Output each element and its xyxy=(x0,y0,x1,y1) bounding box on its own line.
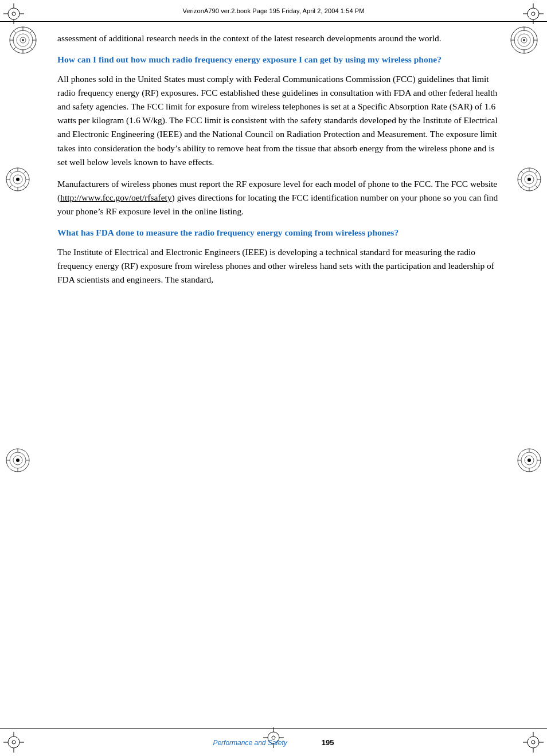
large-ornate-tl-icon xyxy=(8,25,38,55)
ornate-circle-right-lower-icon xyxy=(516,447,542,473)
crosshair-tl-icon xyxy=(3,3,24,24)
svg-line-45 xyxy=(536,186,538,189)
ornate-circle-right-icon xyxy=(516,166,542,193)
svg-point-1 xyxy=(12,12,15,15)
large-ornate-top-right xyxy=(509,25,539,57)
deco-circle-right-top xyxy=(516,166,542,195)
paragraph-1: All phones sold in the United States mus… xyxy=(57,72,501,169)
deco-circle-right-bottom xyxy=(516,447,542,476)
corner-mark-top-right xyxy=(523,3,544,24)
deco-circle-left-top xyxy=(5,166,31,195)
svg-line-75 xyxy=(30,30,33,33)
footer-bar: Performance and Safety 195 xyxy=(0,728,547,756)
footer-page-number: 195 xyxy=(322,738,334,747)
paragraph-3: The Institute of Electrical and Electron… xyxy=(57,245,501,287)
large-ornate-tr-icon xyxy=(509,25,539,55)
svg-line-76 xyxy=(13,47,16,50)
heading-2: What has FDA done to measure the radio f… xyxy=(57,226,501,239)
fcc-link[interactable]: http://www.fcc.gov/oet/rfsafety xyxy=(60,193,171,202)
svg-point-51 xyxy=(16,459,19,462)
ornate-circle-icon xyxy=(5,166,31,193)
svg-line-44 xyxy=(521,171,523,174)
svg-point-27 xyxy=(16,178,19,181)
paragraph-2: Manufacturers of wireless phones must re… xyxy=(57,177,501,219)
svg-point-6 xyxy=(528,8,539,19)
heading-1: How can I find out how much radio freque… xyxy=(57,53,501,66)
svg-line-74 xyxy=(30,47,33,50)
svg-line-46 xyxy=(536,171,538,174)
svg-point-68 xyxy=(22,39,24,41)
footer-section-label: Performance and Safety xyxy=(213,739,287,747)
svg-line-35 xyxy=(9,186,12,189)
corner-mark-top-left xyxy=(3,3,24,24)
large-ornate-top-left xyxy=(8,25,38,57)
svg-line-73 xyxy=(13,30,16,33)
svg-point-39 xyxy=(528,178,531,181)
svg-line-32 xyxy=(9,171,12,174)
svg-line-47 xyxy=(521,186,523,189)
svg-point-81 xyxy=(523,39,525,41)
header-bar: VerizonA790 ver.2.book Page 195 Friday, … xyxy=(0,0,547,22)
svg-line-33 xyxy=(24,186,27,189)
content-area: assessment of additional research needs … xyxy=(57,32,501,722)
svg-point-7 xyxy=(532,12,535,15)
svg-line-34 xyxy=(24,171,27,174)
header-text: VerizonA790 ver.2.book Page 195 Friday, … xyxy=(182,7,364,14)
crosshair-tr-icon xyxy=(523,3,544,24)
ornate-circle-left-lower-icon xyxy=(5,447,31,473)
svg-point-59 xyxy=(528,459,531,462)
intro-paragraph: assessment of additional research needs … xyxy=(57,32,501,45)
deco-circle-left-bottom xyxy=(5,447,31,476)
svg-point-0 xyxy=(8,8,19,19)
